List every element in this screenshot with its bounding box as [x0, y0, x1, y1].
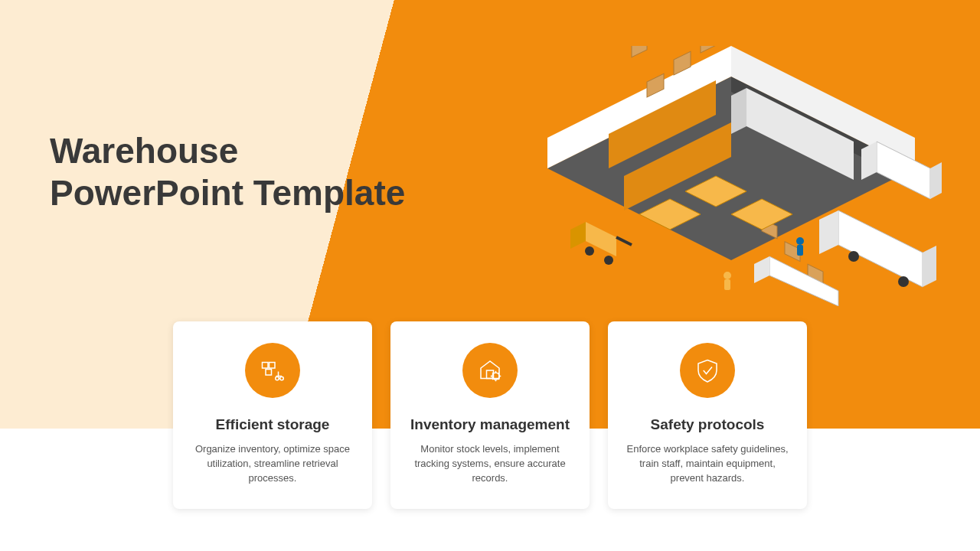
slide: Warehouse PowerPoint Template: [0, 0, 980, 551]
svg-point-24: [604, 256, 613, 265]
svg-marker-34: [754, 256, 769, 283]
svg-rect-36: [724, 279, 730, 290]
svg-marker-29: [819, 210, 838, 254]
card-description: Organize inventory, optimize space utili…: [190, 442, 355, 486]
svg-rect-41: [266, 370, 272, 376]
svg-marker-27: [930, 162, 942, 199]
shield-check-icon: [680, 343, 735, 398]
svg-rect-6: [632, 46, 647, 57]
card-efficient-storage: Efficient storage Organize inventory, op…: [173, 321, 372, 509]
svg-point-37: [796, 237, 804, 245]
svg-marker-33: [769, 256, 838, 306]
card-inventory-management: Inventory management Monitor stock level…: [390, 321, 590, 509]
slide-title: Warehouse PowerPoint Template: [50, 130, 405, 214]
svg-point-42: [276, 377, 279, 381]
card-title: Efficient storage: [190, 416, 355, 433]
forklift-boxes-icon: [245, 343, 300, 398]
svg-point-23: [585, 246, 594, 256]
card-title: Inventory management: [407, 416, 573, 433]
card-safety-protocols: Safety protocols Enforce workplace safet…: [608, 321, 807, 509]
svg-marker-28: [838, 210, 923, 287]
svg-rect-39: [263, 363, 269, 369]
svg-marker-30: [923, 246, 936, 287]
warehouse-gear-icon: [462, 343, 518, 398]
warehouse-isometric-illustration: [517, 46, 946, 306]
svg-rect-11: [701, 46, 717, 53]
card-title: Safety protocols: [625, 416, 790, 433]
svg-rect-38: [797, 245, 803, 256]
card-description: Monitor stock levels, implement tracking…: [407, 442, 573, 486]
feature-cards-row: Efficient storage Organize inventory, op…: [173, 321, 807, 509]
svg-marker-21: [570, 222, 586, 249]
svg-marker-13: [731, 88, 746, 134]
svg-rect-40: [270, 363, 276, 369]
svg-point-35: [724, 272, 731, 279]
svg-point-31: [848, 251, 859, 262]
card-description: Enforce workplace safety guidelines, tra…: [625, 442, 790, 486]
svg-point-32: [898, 276, 909, 287]
svg-point-43: [280, 377, 284, 381]
svg-line-22: [616, 237, 632, 245]
